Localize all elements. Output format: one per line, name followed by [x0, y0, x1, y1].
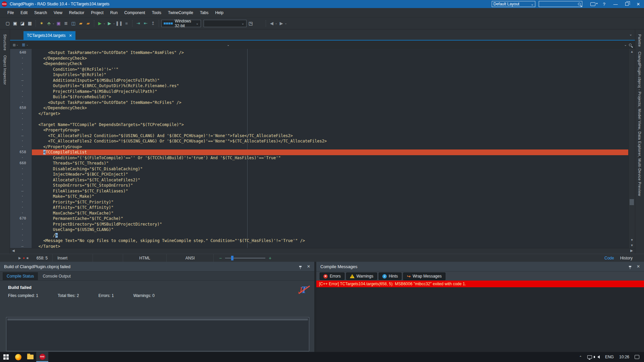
menu-item-tabs[interactable]: Tabs	[197, 9, 212, 17]
trace-into-icon[interactable]: ⇤	[142, 20, 149, 27]
code-line[interactable]: FileAliases="$(TC_FileAliases)"	[32, 188, 628, 194]
save-all-icon[interactable]: ▦	[26, 20, 33, 27]
start-button[interactable]	[0, 352, 12, 362]
code-line[interactable]: PermanentCache="$(TC_PCache)"	[32, 216, 628, 222]
code-line[interactable]: Threads="$(TC_Threads)"	[32, 161, 628, 166]
vertical-scrollbar[interactable]: ▲ ▼ ▼	[628, 49, 635, 248]
scroll-down-icon[interactable]: ▼	[629, 237, 635, 243]
menu-item-refactor[interactable]: Refactor	[66, 9, 88, 17]
code-line[interactable]: </Target>	[32, 244, 628, 248]
code-line[interactable]: AllocateFiles="$(TC_AllocateFiles2)"	[32, 177, 628, 183]
menu-item-tools[interactable]: Tools	[149, 9, 165, 17]
project-options-icon[interactable]: ◳	[247, 20, 254, 27]
pin-icon[interactable]	[629, 266, 631, 267]
save-file-icon[interactable]: ◪	[19, 20, 26, 27]
target-platform-dropdown[interactable]: Windows 32-bit ⌄	[161, 20, 201, 27]
code-line[interactable]: </DependencyCheck>	[32, 105, 628, 111]
taskbar-rad-studio-button[interactable]: RAD	[36, 352, 48, 362]
desktop-layout-dropdown[interactable]: Default Layout ⌄	[492, 1, 535, 7]
editor-search-icon[interactable]	[629, 43, 632, 47]
close-panel-icon[interactable]: ✕	[307, 264, 310, 269]
stop-icon[interactable]: ■	[123, 20, 130, 27]
scroll-left-icon[interactable]: ◀	[12, 249, 15, 252]
code-line[interactable]: <PropertyGroup>	[32, 127, 628, 133]
uses-list-icon[interactable]: ≣	[22, 42, 25, 47]
chevron-down-icon[interactable]: ⌄	[113, 22, 115, 25]
hidden-icons-chevron-icon[interactable]: ⌃	[579, 355, 582, 359]
notification-center-icon[interactable]	[635, 355, 639, 359]
new-item-icon[interactable]: ✶	[38, 20, 45, 27]
code-line[interactable]: InjectHeader="$(BCC_PCHInject)"	[32, 172, 628, 177]
taskbar-explorer-button[interactable]	[24, 352, 36, 362]
code-line[interactable]: <Target Name="TCCompile" DependsOnTarget…	[32, 122, 628, 128]
code-line[interactable]: InputFiles="@(RcFile)"	[32, 72, 628, 78]
input-language[interactable]: ENG	[605, 355, 614, 359]
code-line[interactable]: Build="$(ForceRebuild)">	[32, 94, 628, 100]
code-line[interactable]: StopOnErrors="$(TC_StopOnErrors)"	[32, 183, 628, 188]
build-tab-compile-status[interactable]: Compile Status	[3, 272, 38, 280]
close-panel-icon[interactable]: ✕	[637, 264, 640, 269]
step-out-icon[interactable]: ↥	[150, 20, 156, 27]
code-line[interactable]: Make="$(TC_Make)"	[32, 194, 628, 199]
navigate-back-button[interactable]: ◀	[268, 20, 275, 27]
member-navigation-dropdown[interactable]: ⌄	[230, 42, 628, 48]
speaker-icon[interactable]	[597, 355, 600, 359]
zoom-out-button[interactable]: −	[219, 255, 222, 261]
scrollbar-thumb[interactable]	[630, 199, 634, 205]
run-without-debug-icon[interactable]: ▶	[106, 20, 113, 27]
menu-item-run[interactable]: Run	[107, 9, 121, 17]
compile-file-list[interactable]	[6, 317, 309, 351]
code-line[interactable]: <TC_AllocateFiles2 Condition="$(USING_CL…	[32, 133, 628, 139]
chevron-down-icon[interactable]: ⌄	[275, 22, 277, 25]
chevron-down-icon[interactable]: ⌄	[103, 22, 106, 25]
code-line[interactable]: <Message Text="No cpp files to compile, …	[32, 238, 628, 244]
menu-item-file[interactable]: File	[4, 9, 17, 17]
chevron-down-icon[interactable]: ⌄	[285, 22, 287, 25]
messages-tab-errors[interactable]: ✕Errors	[320, 273, 344, 280]
type-navigation-dropdown[interactable]: ⌄	[29, 42, 230, 48]
network-icon[interactable]	[587, 355, 592, 359]
editor-tab-tctargets104[interactable]: TCTargets104.targets ✕	[23, 31, 75, 40]
pause-icon[interactable]: ❚❚	[116, 20, 122, 27]
sidebar-tab-object-inspector[interactable]: Object Inspector	[3, 55, 7, 85]
chevron-down-icon[interactable]: ⌄	[26, 43, 29, 46]
minimize-button[interactable]: —	[610, 0, 621, 8]
view-form-icon[interactable]: ◫	[70, 20, 77, 27]
menu-item-component[interactable]: Component	[121, 9, 149, 17]
code-line[interactable]: />	[32, 233, 628, 238]
open-file-icon[interactable]: ▣	[12, 20, 18, 27]
macro-stop-icon[interactable]: ■	[26, 256, 29, 260]
template-icon[interactable]: ▣	[55, 20, 62, 27]
taskbar-firefox-button[interactable]	[12, 352, 24, 362]
code-line[interactable]: Priority="$(TC_Priority)"	[32, 199, 628, 205]
build-tab-console-output[interactable]: Console Output	[39, 272, 74, 280]
close-button[interactable]: ✕	[633, 0, 644, 8]
zoom-in-button[interactable]: +	[269, 255, 271, 261]
new-file-icon[interactable]: ▢	[4, 20, 11, 27]
menu-item-help[interactable]: Help	[212, 9, 227, 17]
zoom-slider[interactable]	[225, 258, 265, 258]
sidebar-tab-projects-group[interactable]: ClangdPlugin.cbproj - Projects; Model Vi…	[638, 52, 642, 196]
code-line[interactable]: <Output TaskParameter="OutOfDate" ItemNa…	[32, 50, 628, 56]
messages-tab-warnings[interactable]: Warnings	[346, 273, 377, 280]
macro-record-icon[interactable]: ●	[23, 256, 25, 260]
list-scrollbar[interactable]	[7, 318, 308, 320]
horizontal-scrollbar[interactable]: ◀ ▶	[10, 248, 635, 254]
run-icon[interactable]: ▶	[97, 20, 103, 27]
code-line[interactable]: <TCCompileFileList	[32, 149, 628, 155]
code-line[interactable]: <TC_AllocateFiles2 Condition="!$(USING_C…	[32, 138, 628, 144]
code-line[interactable]: AdditionalInputs="$(MSBuildProjectFullPa…	[32, 78, 628, 83]
macro-play-icon[interactable]: ▶	[18, 256, 21, 260]
code-line[interactable]: OutputFile="$(BRCC_OutputDir)%(RcFile.Fi…	[32, 83, 628, 89]
code-line[interactable]: </PropertyGroup>	[32, 144, 628, 150]
help-button[interactable]: ?	[598, 0, 610, 8]
code-view-button[interactable]: Code	[604, 256, 614, 260]
code-line[interactable]: Condition="'@(RcFile)'!=''"	[32, 67, 628, 72]
sidebar-tab-palette[interactable]: Palette	[638, 34, 642, 47]
code-line[interactable]: </Target>	[32, 111, 628, 117]
scroll-right-icon[interactable]: ▶	[630, 249, 633, 252]
view-unit-icon[interactable]: ≣	[63, 20, 69, 27]
code-line[interactable]	[32, 116, 628, 122]
scroll-page-down-icon[interactable]: ▼	[629, 243, 635, 248]
code-line[interactable]: <DependencyCheck	[32, 61, 628, 67]
